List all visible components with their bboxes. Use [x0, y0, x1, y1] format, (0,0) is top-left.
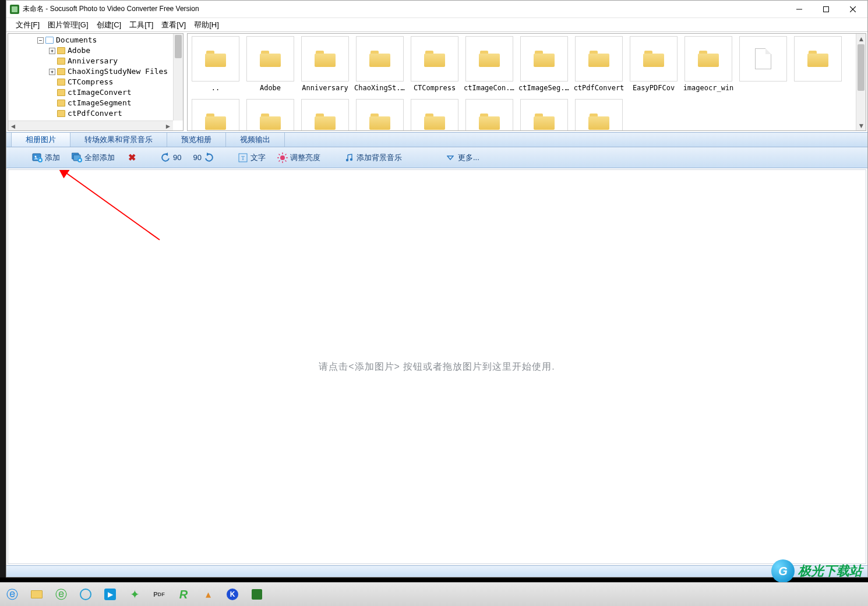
tree-row[interactable]: ctImageSegment	[8, 98, 183, 108]
browser-item[interactable]	[573, 99, 624, 131]
delete-button[interactable]: ✖	[122, 151, 142, 165]
taskbar-r-icon[interactable]: R	[175, 586, 192, 603]
folder-icon	[369, 114, 390, 130]
browser-vertical-scrollbar[interactable]: ▲ ▼	[856, 34, 866, 130]
menu-view[interactable]: 查看[V]	[158, 19, 189, 31]
browser-item[interactable]: imageocr_win	[683, 36, 734, 92]
browser-item[interactable]	[792, 36, 844, 92]
browser-item[interactable]	[190, 99, 241, 131]
text-button[interactable]: T 文字	[233, 151, 270, 165]
folder-icon	[57, 68, 65, 75]
browser-thumb	[684, 36, 732, 81]
scroll-right-icon[interactable]: ►	[163, 121, 173, 131]
tree-row[interactable]: + Adobe	[8, 45, 183, 56]
file-icon	[755, 48, 771, 69]
scroll-up-icon[interactable]: ▲	[856, 34, 866, 44]
scrollbar-thumb[interactable]	[175, 35, 182, 58]
taskbar-wechat-icon[interactable]: ✦	[126, 586, 143, 603]
browser-item[interactable]	[409, 99, 460, 131]
browser-thumb	[520, 36, 568, 81]
tree-row[interactable]: Anniversary	[8, 56, 183, 66]
browser-item[interactable]: ctImageCon...	[464, 36, 515, 92]
folder-icon	[205, 114, 226, 130]
browser-item-label: ctImageSeg...	[518, 84, 570, 92]
tree-expand-icon[interactable]: +	[49, 69, 55, 75]
browser-thumb	[575, 99, 623, 131]
text-icon: T	[238, 153, 248, 163]
tab-preview[interactable]: 预览相册	[167, 133, 226, 147]
rotate-cw-icon	[204, 153, 214, 163]
taskbar-edge-icon[interactable]: ⓔ	[52, 586, 70, 603]
browser-item[interactable]: ..	[190, 36, 241, 92]
tree-collapse-icon[interactable]: −	[37, 37, 44, 44]
browser-item[interactable]: EasyPDFCov	[628, 36, 679, 92]
browser-item[interactable]: ctImageSeg...	[518, 36, 570, 92]
tree-vertical-scrollbar[interactable]	[173, 34, 183, 121]
workspace-dropzone[interactable]: 请点击<添加图片> 按钮或者拖放图片到这里开始使用.	[8, 169, 866, 564]
brightness-button[interactable]: 调整亮度	[273, 151, 325, 165]
titlebar[interactable]: 未命名 - Socusoft Photo to Video Converter …	[6, 1, 867, 18]
taskbar-pdf-icon[interactable]: PDF	[150, 586, 168, 603]
svg-point-22	[350, 158, 352, 160]
tree-horizontal-scrollbar[interactable]: ◄ ►	[8, 121, 173, 130]
browser-item[interactable]	[464, 99, 515, 131]
menu-file[interactable]: 文件[F]	[12, 19, 43, 31]
rotate-cw-button[interactable]: 90	[188, 151, 218, 165]
taskbar-app-icon[interactable]: ▶	[101, 586, 119, 603]
close-button[interactable]	[839, 1, 866, 18]
browser-item[interactable]: ctPdfConvert	[573, 36, 624, 92]
add-all-button[interactable]: 全部添加	[67, 151, 119, 165]
menu-help[interactable]: 帮助[H]	[190, 19, 223, 31]
add-label: 添加	[45, 153, 60, 163]
tree-row-documents[interactable]: − Documents	[8, 35, 183, 45]
minimize-button[interactable]	[786, 1, 813, 18]
folder-icon	[369, 51, 390, 67]
browser-item[interactable]: ChaoXingSt...	[354, 36, 405, 92]
rotate-ccw-button[interactable]: 90	[156, 151, 186, 165]
browser-item[interactable]: Anniversary	[299, 36, 351, 92]
rotate-cw-label: 90	[193, 153, 201, 162]
taskbar[interactable]: ⓔ ⓔ ▶ ✦ PDF R ▴ K	[0, 582, 868, 606]
tree-row[interactable]: CTCompress	[8, 77, 183, 87]
tab-output[interactable]: 视频输出	[226, 133, 285, 147]
tree-row[interactable]: + ChaoXingStudyNew Files	[8, 66, 183, 77]
folder-browser-grid[interactable]: ..AdobeAnniversaryChaoXingSt...CTCompres…	[188, 34, 856, 130]
browser-item[interactable]: Adobe	[245, 36, 296, 92]
taskbar-ie-icon[interactable]: ⓔ	[3, 586, 21, 603]
browser-thumb	[192, 36, 239, 81]
folder-icon	[698, 51, 719, 67]
taskbar-explorer-icon[interactable]	[28, 586, 45, 603]
browser-item[interactable]	[299, 99, 351, 131]
browser-item[interactable]	[738, 36, 789, 92]
folder-icon	[57, 89, 65, 96]
menu-create[interactable]: 创建[C]	[93, 19, 125, 31]
menu-pic-manage[interactable]: 图片管理[G]	[44, 19, 91, 31]
svg-point-12	[280, 155, 285, 160]
taskbar-k-icon[interactable]: K	[224, 586, 241, 603]
more-button[interactable]: 更多...	[440, 151, 484, 165]
taskbar-browser-icon[interactable]	[77, 586, 94, 603]
scroll-down-icon[interactable]: ▼	[856, 121, 866, 130]
browser-item[interactable]	[354, 99, 405, 131]
folder-tree[interactable]: − Documents + Adobe Anniversary	[8, 34, 183, 119]
tree-row[interactable]: ctPdfConvert	[8, 108, 183, 119]
documents-icon	[45, 37, 54, 44]
browser-item[interactable]	[518, 99, 570, 131]
menu-tools[interactable]: 工具[T]	[126, 19, 157, 31]
add-button[interactable]: 添加	[27, 151, 65, 165]
tab-transition[interactable]: 转场效果和背景音乐	[70, 133, 167, 147]
browser-item[interactable]	[245, 99, 296, 131]
scroll-left-icon[interactable]: ◄	[8, 121, 18, 131]
taskbar-chart-icon[interactable]: ▴	[199, 586, 217, 603]
more-icon	[445, 153, 456, 163]
browser-thumb	[411, 36, 458, 81]
tree-row[interactable]: ctImageConvert	[8, 87, 183, 98]
scrollbar-thumb[interactable]	[858, 44, 865, 91]
tab-album[interactable]: 相册图片	[11, 133, 70, 147]
tree-expand-icon[interactable]: +	[49, 48, 55, 54]
taskbar-this-app-icon[interactable]	[248, 586, 266, 603]
maximize-button[interactable]	[813, 1, 839, 18]
browser-item[interactable]: CTCompress	[409, 36, 460, 92]
folder-icon	[424, 114, 445, 130]
add-music-button[interactable]: 添加背景音乐	[339, 151, 407, 165]
